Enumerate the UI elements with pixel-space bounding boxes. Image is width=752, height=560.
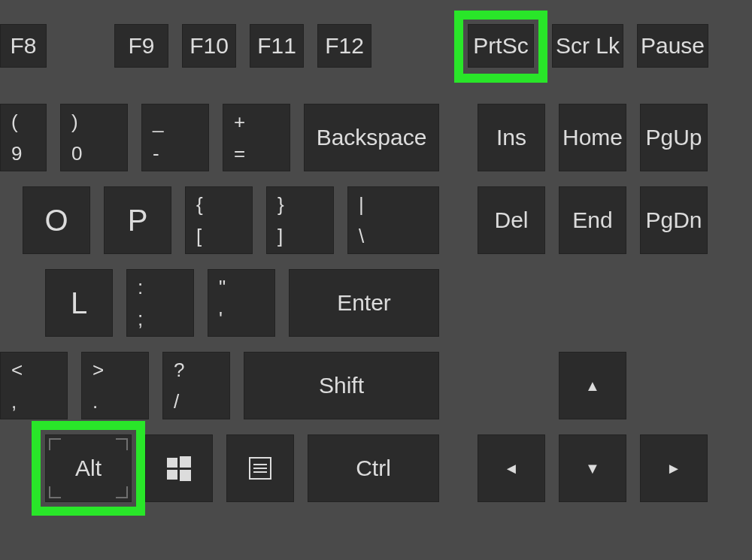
f11-key[interactable]: F11	[250, 24, 304, 68]
svg-rect-3	[180, 470, 191, 481]
semicolon-sub-label: :	[138, 277, 143, 297]
rbracket-sub-label: }	[277, 195, 284, 214]
minus-label: -	[153, 144, 159, 163]
semicolon-label: ;	[138, 309, 143, 328]
home-key[interactable]: Home	[559, 104, 626, 171]
lbracket-sub-label: {	[196, 195, 203, 214]
backspace-key[interactable]: Backspace	[304, 104, 439, 171]
semicolon-key[interactable]: : ;	[126, 269, 194, 337]
left-arrow-icon: ◄	[504, 461, 519, 476]
scrlk-key[interactable]: Scr Lk	[552, 24, 623, 68]
comma-label: ,	[11, 392, 17, 411]
backspace-label: Backspace	[317, 126, 427, 149]
period-label: .	[92, 392, 98, 411]
ctrl-label: Ctrl	[356, 457, 391, 480]
f10-label: F10	[190, 35, 229, 57]
pgdn-key[interactable]: PgDn	[640, 186, 708, 254]
minus-key[interactable]: _ -	[141, 104, 209, 171]
pgup-key[interactable]: PgUp	[640, 104, 708, 171]
shift-key[interactable]: Shift	[244, 352, 439, 419]
rbracket-label: ]	[277, 226, 283, 246]
comma-key[interactable]: < ,	[0, 352, 68, 419]
home-label: Home	[562, 126, 623, 149]
right-arrow-key[interactable]: ►	[640, 434, 708, 502]
f12-label: F12	[325, 35, 364, 57]
zero-key[interactable]: ) 0	[60, 104, 128, 171]
nine-key[interactable]: ( 9	[0, 104, 47, 171]
windows-key[interactable]	[145, 434, 213, 502]
o-label: O	[44, 205, 68, 235]
backslash-sub-label: |	[359, 195, 364, 214]
equals-key[interactable]: + =	[223, 104, 290, 171]
nine-sub-label: (	[11, 112, 18, 132]
down-arrow-key[interactable]: ▼	[559, 434, 626, 502]
p-key[interactable]: P	[104, 186, 171, 254]
zero-label: 0	[71, 144, 82, 163]
equals-sub-label: +	[234, 112, 245, 132]
alt-label: Alt	[75, 457, 102, 480]
quote-sub-label: "	[219, 277, 226, 297]
left-bracket-key[interactable]: { [	[185, 186, 253, 254]
menu-key[interactable]	[226, 434, 294, 502]
backslash-label: \	[359, 226, 364, 246]
shift-label: Shift	[319, 374, 364, 397]
end-label: End	[572, 209, 612, 232]
lbracket-label: [	[196, 226, 202, 246]
ctrl-key[interactable]: Ctrl	[308, 434, 439, 502]
f10-key[interactable]: F10	[182, 24, 236, 68]
minus-sub-label: _	[153, 112, 163, 132]
period-key[interactable]: > .	[81, 352, 149, 419]
alt-key[interactable]: Alt	[45, 434, 132, 502]
period-sub-label: >	[92, 360, 104, 380]
ins-key[interactable]: Ins	[478, 104, 545, 171]
right-arrow-icon: ►	[666, 461, 681, 476]
ins-label: Ins	[496, 126, 526, 149]
scrlk-label: Scr Lk	[556, 35, 620, 57]
f9-label: F9	[128, 35, 154, 57]
slash-label: /	[174, 392, 179, 411]
f9-key[interactable]: F9	[114, 24, 168, 68]
nine-label: 9	[11, 144, 22, 163]
pgdn-label: PgDn	[645, 209, 702, 232]
quote-key[interactable]: " '	[208, 269, 275, 337]
backslash-key[interactable]: | \	[347, 186, 439, 254]
equals-label: =	[234, 144, 245, 163]
del-label: Del	[494, 209, 528, 232]
l-label: L	[71, 288, 87, 318]
prtsc-key[interactable]: PrtSc	[468, 24, 534, 68]
prtsc-label: PrtSc	[473, 35, 528, 57]
up-arrow-key[interactable]: ▲	[559, 352, 626, 419]
pause-label: Pause	[641, 35, 705, 57]
o-key[interactable]: O	[23, 186, 90, 254]
p-label: P	[128, 205, 148, 235]
pgup-label: PgUp	[645, 126, 702, 149]
up-arrow-icon: ▲	[585, 378, 600, 393]
enter-label: Enter	[337, 292, 391, 314]
menu-icon	[247, 456, 273, 481]
quote-label: '	[219, 309, 223, 328]
f8-label: F8	[10, 35, 36, 57]
end-key[interactable]: End	[559, 186, 626, 254]
right-bracket-key[interactable]: } ]	[266, 186, 334, 254]
slash-key[interactable]: ? /	[162, 352, 230, 419]
down-arrow-icon: ▼	[585, 461, 600, 476]
svg-rect-2	[167, 470, 177, 480]
zero-sub-label: )	[71, 112, 78, 132]
del-key[interactable]: Del	[478, 186, 545, 254]
f8-key[interactable]: F8	[0, 24, 47, 68]
enter-key[interactable]: Enter	[289, 269, 439, 337]
pause-key[interactable]: Pause	[637, 24, 708, 68]
slash-sub-label: ?	[174, 360, 184, 380]
f11-label: F11	[257, 35, 296, 57]
comma-sub-label: <	[11, 360, 23, 380]
windows-icon	[165, 455, 193, 482]
svg-rect-1	[180, 456, 191, 468]
left-arrow-key[interactable]: ◄	[478, 434, 545, 502]
f12-key[interactable]: F12	[317, 24, 371, 68]
l-key[interactable]: L	[45, 269, 113, 337]
svg-rect-0	[167, 458, 177, 468]
